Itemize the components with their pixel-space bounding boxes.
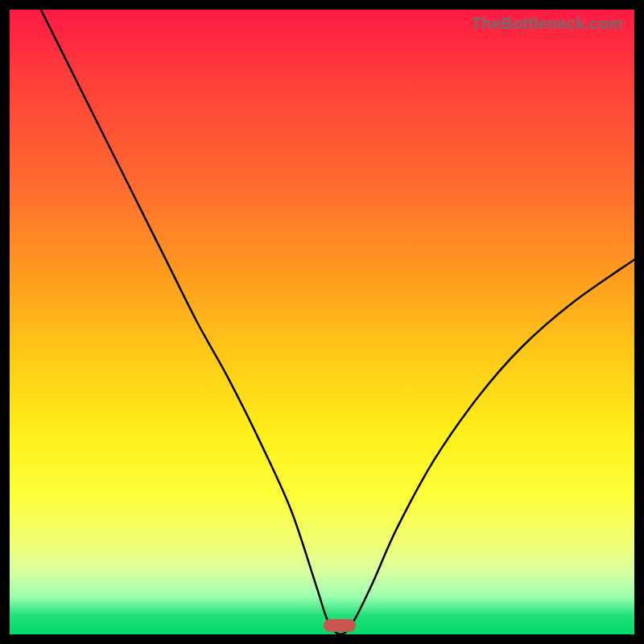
chart-frame: TheBottleneck.com [0, 0, 644, 644]
optimum-marker [324, 619, 356, 632]
curve-path [41, 10, 634, 634]
bottleneck-curve [10, 10, 634, 634]
chart-plot-area: TheBottleneck.com [10, 10, 634, 634]
